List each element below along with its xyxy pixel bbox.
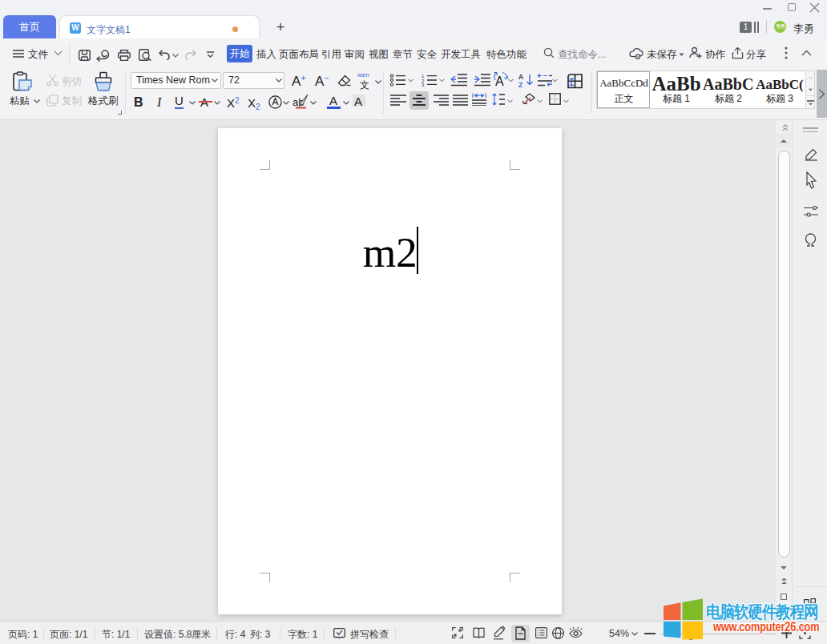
svg-text:3: 3 <box>422 83 425 87</box>
svg-text:A: A <box>518 73 523 81</box>
svg-text:Z: Z <box>518 81 522 88</box>
